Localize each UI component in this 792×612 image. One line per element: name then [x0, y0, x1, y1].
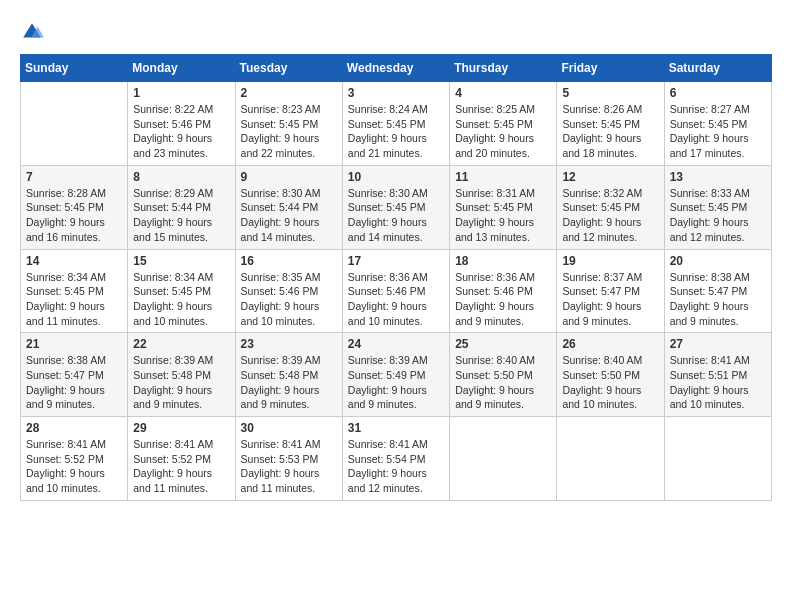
cell-content: Sunrise: 8:39 AM Sunset: 5:48 PM Dayligh…	[241, 353, 337, 412]
page-container: SundayMondayTuesdayWednesdayThursdayFrid…	[20, 20, 772, 501]
day-number: 16	[241, 254, 337, 268]
day-number: 1	[133, 86, 229, 100]
cell-content: Sunrise: 8:41 AM Sunset: 5:54 PM Dayligh…	[348, 437, 444, 496]
cell-content: Sunrise: 8:27 AM Sunset: 5:45 PM Dayligh…	[670, 102, 766, 161]
cell-content: Sunrise: 8:40 AM Sunset: 5:50 PM Dayligh…	[455, 353, 551, 412]
cell-content: Sunrise: 8:37 AM Sunset: 5:47 PM Dayligh…	[562, 270, 658, 329]
calendar-cell: 3Sunrise: 8:24 AM Sunset: 5:45 PM Daylig…	[342, 82, 449, 166]
calendar-cell: 11Sunrise: 8:31 AM Sunset: 5:45 PM Dayli…	[450, 165, 557, 249]
calendar-cell	[450, 417, 557, 501]
day-number: 31	[348, 421, 444, 435]
cell-content: Sunrise: 8:30 AM Sunset: 5:44 PM Dayligh…	[241, 186, 337, 245]
calendar-cell: 16Sunrise: 8:35 AM Sunset: 5:46 PM Dayli…	[235, 249, 342, 333]
calendar-cell: 25Sunrise: 8:40 AM Sunset: 5:50 PM Dayli…	[450, 333, 557, 417]
cell-content: Sunrise: 8:39 AM Sunset: 5:49 PM Dayligh…	[348, 353, 444, 412]
cell-content: Sunrise: 8:32 AM Sunset: 5:45 PM Dayligh…	[562, 186, 658, 245]
day-number: 25	[455, 337, 551, 351]
cell-content: Sunrise: 8:41 AM Sunset: 5:51 PM Dayligh…	[670, 353, 766, 412]
cell-content: Sunrise: 8:22 AM Sunset: 5:46 PM Dayligh…	[133, 102, 229, 161]
column-header-sunday: Sunday	[21, 55, 128, 82]
calendar-cell: 7Sunrise: 8:28 AM Sunset: 5:45 PM Daylig…	[21, 165, 128, 249]
day-number: 12	[562, 170, 658, 184]
day-number: 18	[455, 254, 551, 268]
calendar-cell: 23Sunrise: 8:39 AM Sunset: 5:48 PM Dayli…	[235, 333, 342, 417]
calendar-cell: 13Sunrise: 8:33 AM Sunset: 5:45 PM Dayli…	[664, 165, 771, 249]
column-header-thursday: Thursday	[450, 55, 557, 82]
day-number: 19	[562, 254, 658, 268]
cell-content: Sunrise: 8:25 AM Sunset: 5:45 PM Dayligh…	[455, 102, 551, 161]
cell-content: Sunrise: 8:41 AM Sunset: 5:52 PM Dayligh…	[133, 437, 229, 496]
day-number: 10	[348, 170, 444, 184]
day-number: 30	[241, 421, 337, 435]
header	[20, 20, 772, 44]
cell-content: Sunrise: 8:36 AM Sunset: 5:46 PM Dayligh…	[455, 270, 551, 329]
column-header-saturday: Saturday	[664, 55, 771, 82]
day-number: 13	[670, 170, 766, 184]
calendar-table: SundayMondayTuesdayWednesdayThursdayFrid…	[20, 54, 772, 501]
calendar-cell: 22Sunrise: 8:39 AM Sunset: 5:48 PM Dayli…	[128, 333, 235, 417]
day-number: 23	[241, 337, 337, 351]
day-number: 11	[455, 170, 551, 184]
day-number: 7	[26, 170, 122, 184]
cell-content: Sunrise: 8:38 AM Sunset: 5:47 PM Dayligh…	[670, 270, 766, 329]
calendar-header-row: SundayMondayTuesdayWednesdayThursdayFrid…	[21, 55, 772, 82]
cell-content: Sunrise: 8:24 AM Sunset: 5:45 PM Dayligh…	[348, 102, 444, 161]
day-number: 14	[26, 254, 122, 268]
calendar-cell: 1Sunrise: 8:22 AM Sunset: 5:46 PM Daylig…	[128, 82, 235, 166]
calendar-cell: 18Sunrise: 8:36 AM Sunset: 5:46 PM Dayli…	[450, 249, 557, 333]
calendar-cell: 14Sunrise: 8:34 AM Sunset: 5:45 PM Dayli…	[21, 249, 128, 333]
cell-content: Sunrise: 8:35 AM Sunset: 5:46 PM Dayligh…	[241, 270, 337, 329]
calendar-cell	[557, 417, 664, 501]
calendar-cell: 15Sunrise: 8:34 AM Sunset: 5:45 PM Dayli…	[128, 249, 235, 333]
calendar-week-1: 1Sunrise: 8:22 AM Sunset: 5:46 PM Daylig…	[21, 82, 772, 166]
cell-content: Sunrise: 8:30 AM Sunset: 5:45 PM Dayligh…	[348, 186, 444, 245]
cell-content: Sunrise: 8:31 AM Sunset: 5:45 PM Dayligh…	[455, 186, 551, 245]
calendar-week-2: 7Sunrise: 8:28 AM Sunset: 5:45 PM Daylig…	[21, 165, 772, 249]
calendar-cell	[21, 82, 128, 166]
day-number: 26	[562, 337, 658, 351]
column-header-wednesday: Wednesday	[342, 55, 449, 82]
calendar-cell	[664, 417, 771, 501]
day-number: 2	[241, 86, 337, 100]
calendar-cell: 4Sunrise: 8:25 AM Sunset: 5:45 PM Daylig…	[450, 82, 557, 166]
calendar-cell: 27Sunrise: 8:41 AM Sunset: 5:51 PM Dayli…	[664, 333, 771, 417]
day-number: 4	[455, 86, 551, 100]
cell-content: Sunrise: 8:29 AM Sunset: 5:44 PM Dayligh…	[133, 186, 229, 245]
calendar-cell: 31Sunrise: 8:41 AM Sunset: 5:54 PM Dayli…	[342, 417, 449, 501]
day-number: 24	[348, 337, 444, 351]
day-number: 28	[26, 421, 122, 435]
day-number: 15	[133, 254, 229, 268]
cell-content: Sunrise: 8:40 AM Sunset: 5:50 PM Dayligh…	[562, 353, 658, 412]
day-number: 27	[670, 337, 766, 351]
day-number: 21	[26, 337, 122, 351]
calendar-cell: 26Sunrise: 8:40 AM Sunset: 5:50 PM Dayli…	[557, 333, 664, 417]
calendar-cell: 20Sunrise: 8:38 AM Sunset: 5:47 PM Dayli…	[664, 249, 771, 333]
day-number: 6	[670, 86, 766, 100]
calendar-week-5: 28Sunrise: 8:41 AM Sunset: 5:52 PM Dayli…	[21, 417, 772, 501]
column-header-friday: Friday	[557, 55, 664, 82]
cell-content: Sunrise: 8:28 AM Sunset: 5:45 PM Dayligh…	[26, 186, 122, 245]
cell-content: Sunrise: 8:34 AM Sunset: 5:45 PM Dayligh…	[133, 270, 229, 329]
day-number: 9	[241, 170, 337, 184]
day-number: 8	[133, 170, 229, 184]
cell-content: Sunrise: 8:41 AM Sunset: 5:52 PM Dayligh…	[26, 437, 122, 496]
day-number: 17	[348, 254, 444, 268]
calendar-cell: 10Sunrise: 8:30 AM Sunset: 5:45 PM Dayli…	[342, 165, 449, 249]
calendar-cell: 2Sunrise: 8:23 AM Sunset: 5:45 PM Daylig…	[235, 82, 342, 166]
day-number: 3	[348, 86, 444, 100]
calendar-cell: 24Sunrise: 8:39 AM Sunset: 5:49 PM Dayli…	[342, 333, 449, 417]
cell-content: Sunrise: 8:26 AM Sunset: 5:45 PM Dayligh…	[562, 102, 658, 161]
calendar-cell: 21Sunrise: 8:38 AM Sunset: 5:47 PM Dayli…	[21, 333, 128, 417]
calendar-cell: 5Sunrise: 8:26 AM Sunset: 5:45 PM Daylig…	[557, 82, 664, 166]
day-number: 29	[133, 421, 229, 435]
cell-content: Sunrise: 8:39 AM Sunset: 5:48 PM Dayligh…	[133, 353, 229, 412]
column-header-monday: Monday	[128, 55, 235, 82]
cell-content: Sunrise: 8:36 AM Sunset: 5:46 PM Dayligh…	[348, 270, 444, 329]
day-number: 20	[670, 254, 766, 268]
cell-content: Sunrise: 8:33 AM Sunset: 5:45 PM Dayligh…	[670, 186, 766, 245]
cell-content: Sunrise: 8:38 AM Sunset: 5:47 PM Dayligh…	[26, 353, 122, 412]
calendar-week-4: 21Sunrise: 8:38 AM Sunset: 5:47 PM Dayli…	[21, 333, 772, 417]
calendar-cell: 9Sunrise: 8:30 AM Sunset: 5:44 PM Daylig…	[235, 165, 342, 249]
calendar-week-3: 14Sunrise: 8:34 AM Sunset: 5:45 PM Dayli…	[21, 249, 772, 333]
logo	[20, 20, 48, 44]
